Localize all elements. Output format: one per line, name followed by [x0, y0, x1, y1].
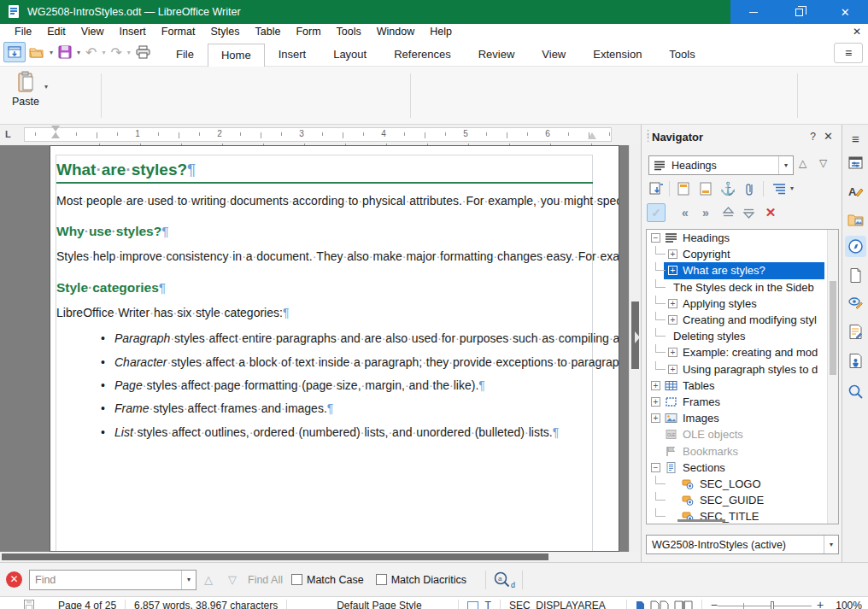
find-deck-icon[interactable] [845, 381, 866, 402]
navigator-tree-item[interactable]: +Copyright [647, 246, 838, 262]
menu-table[interactable]: Table [247, 24, 288, 39]
tab-tools[interactable]: Tools [655, 43, 708, 67]
tab-insert[interactable]: Insert [265, 43, 320, 67]
navigator-tree-item[interactable]: Bookmarks [647, 442, 838, 459]
document-heading[interactable]: What·are·styles?¶ [56, 160, 593, 184]
vertical-scrollbar[interactable] [629, 145, 641, 552]
navigator-tree-item[interactable]: OLEOLE objects [647, 426, 838, 442]
navigator-tree-item[interactable]: Deleting styles [647, 328, 838, 344]
save-status-icon[interactable] [24, 600, 34, 609]
navigator-tree-item[interactable]: −Headings [647, 230, 838, 246]
find-and-replace-icon[interactable]: a d [493, 571, 515, 589]
match-diacritics-checkbox[interactable] [376, 574, 387, 585]
menu-format[interactable]: Format [154, 24, 203, 39]
book-view-icon[interactable] [674, 600, 693, 609]
set-reminder-icon[interactable] [741, 179, 760, 198]
gallery-deck-icon[interactable] [845, 209, 866, 231]
find-all-button[interactable]: Find All [248, 574, 283, 586]
navigator-tree-item[interactable]: +Frames [647, 394, 838, 410]
document-list-item[interactable]: Character·styles·affect·a·block·of·text·… [56, 355, 593, 370]
document-list-item[interactable]: List·styles·affect·outlines,·ordered·(nu… [56, 425, 593, 440]
properties-deck-icon[interactable] [845, 152, 866, 173]
menu-edit[interactable]: Edit [39, 24, 73, 39]
collapse-minus-box[interactable]: − [651, 233, 660, 243]
style-inspector-deck-icon[interactable] [845, 292, 866, 313]
navigator-tree-item[interactable]: +Example: creating and mod [647, 344, 838, 360]
undo-icon[interactable]: ↶ [84, 42, 98, 62]
find-previous-icon[interactable]: △ [196, 573, 220, 586]
right-indent-marker[interactable] [588, 132, 596, 139]
navigator-tree-item[interactable]: +What are styles? [647, 262, 838, 278]
document-list-item[interactable]: Paragraph·styles·affect·entire·paragraph… [56, 331, 593, 346]
navigator-close-button[interactable]: ✕ [824, 130, 833, 143]
tab-extension[interactable]: Extension [579, 43, 655, 67]
expand-plus-box[interactable]: + [651, 413, 660, 423]
navigator-tree-item[interactable]: +Applying styles [647, 296, 838, 312]
document-paragraph[interactable]: LibreOffice·Writer·has·six·style·categor… [56, 306, 593, 320]
horizontal-scrollbar[interactable] [0, 552, 641, 562]
open-file-icon[interactable] [27, 42, 46, 62]
zoom-in-icon[interactable]: + [817, 598, 824, 609]
page-style[interactable]: Default Page Style [337, 600, 421, 609]
minimize-button[interactable] [730, 0, 777, 24]
content-navigation-view-toggle[interactable]: ✓ [647, 203, 666, 222]
manage-changes-deck-icon[interactable] [845, 321, 866, 343]
undo-dropdown-caret[interactable]: ▾ [100, 49, 107, 56]
navigator-tree-item[interactable]: SEC_TITLE [647, 508, 838, 524]
find-history-caret[interactable]: ▾ [181, 571, 196, 589]
tab-view[interactable]: View [528, 43, 579, 67]
expand-plus-box[interactable]: + [651, 397, 660, 407]
anchor-text-icon[interactable]: ⚓ [718, 179, 737, 198]
footer-icon[interactable] [696, 179, 715, 198]
navigator-tree-item[interactable]: SEC_GUIDE [647, 492, 838, 508]
tab-layout[interactable]: Layout [320, 43, 380, 67]
navigator-document-selector[interactable]: WG2508-IntroStyles (active) ▾ [646, 535, 839, 554]
navigator-tree-item[interactable]: +Images [647, 410, 838, 426]
toggle-master-view-icon[interactable] [647, 179, 666, 198]
page-count[interactable]: Page 4 of 25 [58, 600, 116, 609]
section-name[interactable]: SEC_DISPLAYAREA [509, 600, 606, 609]
match-case-checkbox[interactable] [291, 574, 302, 585]
show-outline-level-icon[interactable] [770, 179, 789, 198]
save-icon[interactable] [56, 42, 73, 62]
tab-references[interactable]: References [380, 43, 464, 67]
horizontal-ruler[interactable]: L 123456 [0, 125, 641, 145]
expand-plus-box[interactable]: + [668, 348, 677, 357]
navigate-by-caret[interactable]: ▾ [778, 156, 793, 174]
document-page[interactable]: What·are·styles?¶Most·people·are·used·to… [50, 145, 619, 552]
zoom-slider-thumb[interactable] [771, 601, 774, 609]
menubar-toggle-icon[interactable] [3, 42, 26, 62]
navigator-help-button[interactable]: ? [810, 131, 816, 143]
delete-icon[interactable]: ✕ [761, 203, 780, 222]
navigate-next-button[interactable]: ▽ [819, 157, 827, 169]
navigate-by-combobox[interactable]: Headings ▾ [648, 155, 794, 175]
redo-icon[interactable]: ↷ [108, 42, 123, 62]
document-paragraph[interactable]: Styles·help·improve·consistency·in·a·doc… [56, 249, 593, 264]
document-heading[interactable]: Style·categories¶ [56, 279, 593, 296]
menu-window[interactable]: Window [369, 24, 422, 39]
horizontal-scrollbar-thumb[interactable] [2, 553, 548, 560]
navigator-document-caret[interactable]: ▾ [824, 536, 838, 553]
document-text[interactable]: What·are·styles?¶Most·people·are·used·to… [56, 155, 593, 448]
find-next-icon[interactable]: ▽ [220, 573, 244, 586]
redo-dropdown-caret[interactable]: ▾ [126, 49, 132, 56]
save-dropdown-caret[interactable]: ▾ [75, 49, 82, 56]
navigator-tree-item[interactable]: −Sections [647, 460, 838, 476]
navigator-tree-item[interactable]: +Creating and modifying styl [647, 312, 838, 328]
find-input[interactable] [30, 574, 181, 586]
navigator-tree-item[interactable]: +Using paragraph styles to d [647, 361, 838, 378]
sidebar-collapse-arrow-icon[interactable] [635, 331, 640, 343]
demote-level-icon[interactable] [739, 203, 758, 222]
document-heading[interactable]: Why·use·styles?¶ [56, 223, 593, 239]
paste-button[interactable]: ▾ Paste [7, 71, 44, 108]
close-document-icon[interactable]: ✕ [851, 26, 863, 38]
zoom-out-icon[interactable]: − [711, 598, 718, 609]
navigator-tree-item[interactable]: +Tables [647, 378, 838, 394]
expand-plus-box[interactable]: + [668, 315, 677, 325]
zoom-level[interactable]: 100% [836, 600, 862, 609]
expand-plus-box[interactable]: + [668, 249, 677, 259]
expand-plus-box[interactable]: + [651, 381, 660, 390]
tab-file[interactable]: File [162, 43, 208, 67]
menu-help[interactable]: Help [422, 24, 460, 39]
print-icon[interactable] [134, 42, 152, 62]
